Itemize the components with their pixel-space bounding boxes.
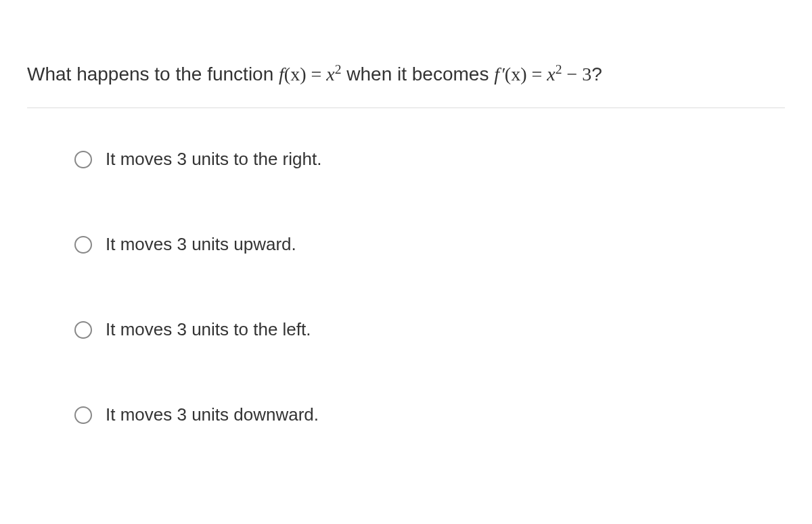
func1-exp: 2	[335, 62, 342, 76]
func1-name: f	[279, 64, 284, 85]
radio-icon	[74, 151, 92, 168]
question-container: What happens to the function f(x) = x2 w…	[0, 0, 812, 452]
func1-eq: =	[306, 64, 326, 85]
func2-name: f ′	[494, 64, 505, 85]
func1-arg: (x)	[284, 64, 307, 85]
option-1[interactable]: It moves 3 units to the right.	[74, 149, 785, 170]
option-4[interactable]: It moves 3 units downward.	[74, 404, 785, 425]
radio-icon	[74, 406, 92, 424]
radio-icon	[74, 236, 92, 254]
func2-arg: (x)	[505, 64, 527, 85]
func2-tail: − 3	[562, 64, 592, 85]
option-3[interactable]: It moves 3 units to the left.	[74, 319, 785, 340]
radio-icon	[74, 321, 92, 339]
question-text: What happens to the function f(x) = x2 w…	[27, 61, 785, 87]
question-prefix: What happens to the function	[27, 64, 279, 85]
func2-var: x	[547, 64, 555, 85]
option-label: It moves 3 units downward.	[106, 404, 319, 425]
option-label: It moves 3 units upward.	[106, 234, 296, 255]
func1-var: x	[326, 64, 334, 85]
question-mid: when it becomes	[342, 64, 495, 85]
func2-eq: =	[526, 64, 547, 85]
question-suffix: ?	[591, 64, 602, 85]
option-2[interactable]: It moves 3 units upward.	[74, 234, 785, 255]
option-label: It moves 3 units to the left.	[106, 319, 311, 340]
options-list: It moves 3 units to the right. It moves …	[27, 149, 785, 425]
option-label: It moves 3 units to the right.	[106, 149, 321, 170]
func2-exp: 2	[556, 62, 562, 76]
divider	[27, 108, 785, 108]
